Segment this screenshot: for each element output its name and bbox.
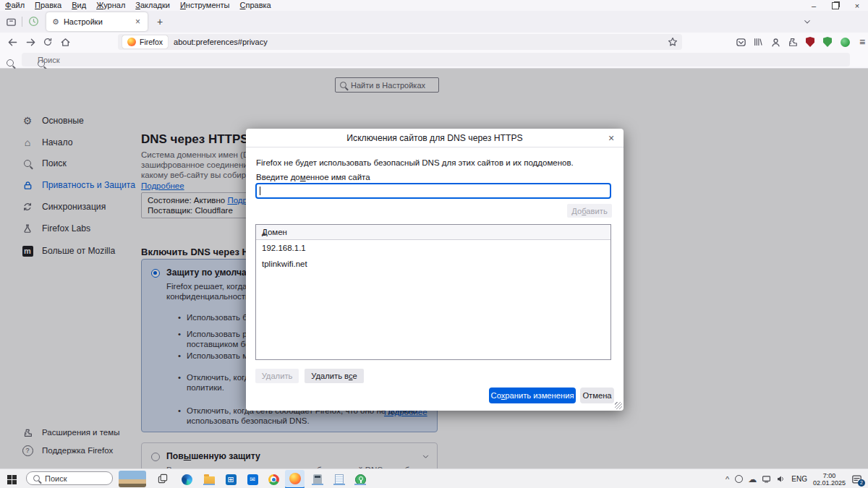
pocket-button[interactable] <box>735 36 746 48</box>
edge-icon <box>182 474 192 485</box>
star-icon <box>668 37 678 47</box>
privacy-extension-button[interactable] <box>839 36 851 48</box>
browser-search-input[interactable] <box>22 53 850 67</box>
list-item[interactable]: 192.168.1.1 <box>256 240 610 256</box>
ublock-extension-button[interactable] <box>804 36 816 48</box>
restore-icon <box>832 2 839 9</box>
home-button[interactable] <box>59 35 72 48</box>
back-icon <box>7 37 18 48</box>
start-button[interactable] <box>7 475 12 479</box>
dialog-description: Firefox не будет использовать безопасный… <box>256 158 574 167</box>
cancel-button[interactable]: Отмена <box>580 388 614 403</box>
reload-icon <box>43 37 53 47</box>
window-controls: – × <box>803 0 868 11</box>
close-window-button[interactable]: × <box>846 0 868 11</box>
green-shield-icon <box>823 37 832 47</box>
tab-close-icon[interactable]: × <box>134 17 142 27</box>
pinned-tab-clock[interactable] <box>27 15 40 27</box>
network-icon[interactable] <box>762 474 771 484</box>
tray-status-icon[interactable] <box>735 475 743 483</box>
minimize-button[interactable]: – <box>803 0 825 11</box>
firefox-view-icon <box>6 17 17 27</box>
hamburger-icon: ≡ <box>859 36 865 48</box>
extensions-button[interactable] <box>787 36 799 48</box>
menu-file[interactable]: Файл <box>0 0 30 11</box>
dialog-title: Исключения сайтов для DNS через HTTPS <box>246 129 624 147</box>
edge-button[interactable] <box>181 474 192 485</box>
keepass-button[interactable] <box>354 474 366 485</box>
menu-view[interactable]: Вид <box>67 0 91 11</box>
widgets-weather-button[interactable] <box>119 471 146 487</box>
exceptions-list: Домен ▴ 192.168.1.1 tplinkwifi.net <box>255 224 611 360</box>
notification-center-button[interactable]: 2 <box>851 474 862 484</box>
chrome-button[interactable] <box>268 474 279 485</box>
menu-tools[interactable]: Инструменты <box>175 0 235 11</box>
puzzle-icon <box>788 37 798 47</box>
remove-button[interactable]: Удалить <box>255 369 299 383</box>
app-menu-button[interactable]: ≡ <box>856 36 868 48</box>
volume-icon[interactable] <box>776 474 786 484</box>
search-icon[interactable] <box>7 59 14 67</box>
domain-input[interactable] <box>255 183 611 199</box>
identity-label: Firefox <box>140 38 163 46</box>
search-icon <box>33 475 40 481</box>
calculator-button[interactable] <box>312 474 323 485</box>
tab-title: Настройки <box>64 17 134 26</box>
firefox-button-active[interactable] <box>285 470 305 488</box>
clock[interactable]: 7:00 02.01.2025 <box>813 472 846 487</box>
settings-gear-icon: ⚙ <box>52 17 59 27</box>
task-view-button[interactable] <box>157 474 169 484</box>
green-globe-icon <box>841 38 850 47</box>
library-button[interactable] <box>752 36 764 48</box>
site-identity-chip[interactable]: Firefox <box>122 35 168 48</box>
account-button[interactable] <box>770 36 781 48</box>
language-indicator[interactable]: ENG <box>791 475 807 483</box>
url-text: about:preferences#privacy <box>174 38 668 46</box>
adguard-extension-button[interactable] <box>822 36 833 48</box>
onedrive-cloud-icon[interactable]: ☁ <box>748 474 757 484</box>
bookmark-star-button[interactable] <box>668 37 678 47</box>
mail-button[interactable]: ✉ <box>247 474 258 485</box>
menu-help[interactable]: Справка <box>235 0 276 11</box>
restore-button[interactable] <box>825 0 846 11</box>
firefox-icon <box>289 473 301 484</box>
microsoft-store-button[interactable]: ⊞ <box>225 474 237 485</box>
new-tab-button[interactable]: + <box>153 15 166 28</box>
date: 02.01.2025 <box>813 479 846 487</box>
firefox-favicon <box>127 38 136 46</box>
tray-expand-button[interactable]: ^ <box>726 475 729 484</box>
sort-ascending-icon: ▴ <box>262 228 605 238</box>
store-icon: ⊞ <box>226 474 237 485</box>
list-all-tabs-button[interactable] <box>803 17 813 27</box>
forward-button[interactable] <box>24 35 37 48</box>
tab-separator <box>22 17 22 27</box>
remove-all-button[interactable]: Удалить все <box>305 369 364 383</box>
reload-button[interactable] <box>41 35 54 48</box>
menu-edit[interactable]: Правка <box>30 0 67 11</box>
list-header-domain[interactable]: Домен ▴ <box>256 225 610 240</box>
url-bar[interactable]: Firefox about:preferences#privacy <box>118 34 682 50</box>
add-button[interactable]: Добавить <box>567 204 612 218</box>
taskbar-search-placeholder: Поиск <box>45 474 67 483</box>
chrome-icon <box>268 474 279 485</box>
back-button[interactable] <box>6 35 19 48</box>
notepad-button[interactable] <box>333 474 345 485</box>
taskbar-search[interactable]: Поиск <box>26 471 113 485</box>
dialog-close-button[interactable]: × <box>605 132 618 145</box>
dialog-header: Исключения сайтов для DNS через HTTPS × <box>246 129 624 147</box>
menu-bookmarks[interactable]: Закладки <box>130 0 175 11</box>
resize-handle[interactable] <box>615 402 622 409</box>
text-caret <box>260 187 260 195</box>
tab-settings[interactable]: ⚙ Настройки × <box>46 12 148 31</box>
firefox-view-button[interactable] <box>4 15 17 28</box>
forward-icon <box>25 37 36 48</box>
file-explorer-button[interactable] <box>203 474 215 485</box>
windows-taskbar: Поиск ⊞ ✉ ^ ☁ ENG 7:00 02.01.2 <box>0 468 868 488</box>
menu-history[interactable]: Журнал <box>91 0 130 11</box>
list-item[interactable]: tplinkwifi.net <box>256 256 610 272</box>
library-icon <box>753 37 763 47</box>
domain-input-label: Введите доменное имя сайта <box>256 173 370 181</box>
settings-page: Найти в Настройках ⚙ Основные ⌂ Начало П… <box>0 69 868 468</box>
save-changes-button[interactable]: Сохранить изменения <box>489 388 576 403</box>
search-toolbar <box>0 51 868 69</box>
